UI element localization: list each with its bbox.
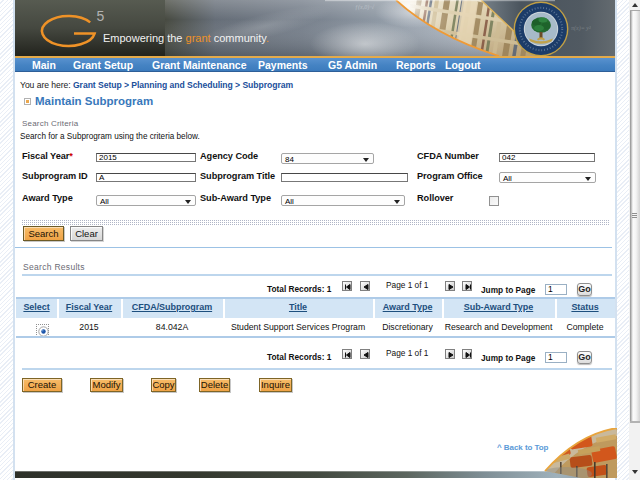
svg-text:Empowering the grant community: Empowering the grant community. [103,32,269,44]
svg-text:π(x)= y²: π(x)= y² [571,25,591,32]
svg-text:ƒ(x,0)⋅√: ƒ(x,0)⋅√ [355,4,375,11]
svg-text:5: 5 [97,8,105,24]
